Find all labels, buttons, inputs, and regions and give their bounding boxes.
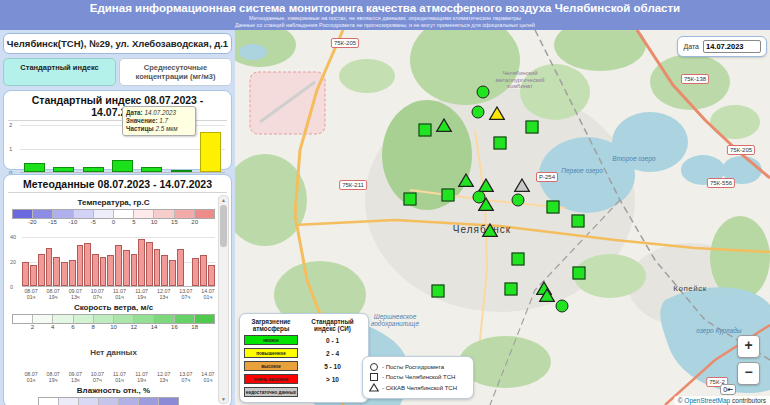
- wind-title: Скорость ветра, м/с: [8, 303, 219, 312]
- station-marker-triangle-yellow[interactable]: [489, 106, 506, 125]
- tab-daily-concentrations[interactable]: Среднесуточные концентрации (мг/м3): [119, 58, 232, 86]
- temp-bar[interactable]: [53, 257, 60, 286]
- temp-bar[interactable]: [161, 255, 168, 286]
- si-bar-14.07[interactable]: [200, 132, 221, 172]
- temp-bar-slot: [37, 237, 45, 286]
- scale-cell: [175, 315, 195, 323]
- scale-cell: [159, 398, 178, 405]
- scale-tick: 0: [112, 219, 115, 225]
- temp-bar-slot: [161, 237, 169, 286]
- date-input[interactable]: [703, 40, 761, 53]
- legend-pollution: Загрязнение атмосферы Стандартный индекс…: [239, 313, 369, 403]
- station-marker-triangle-green[interactable]: [478, 197, 495, 216]
- openstreetmap-link[interactable]: OpenStreetMap: [684, 397, 730, 404]
- zoom-in-button[interactable]: +: [737, 335, 760, 358]
- temp-bar-slot: [68, 237, 76, 286]
- station-marker-square-green[interactable]: [505, 283, 518, 296]
- station-marker-square-green[interactable]: [494, 137, 507, 150]
- square-icon: [404, 193, 417, 206]
- temp-bar[interactable]: [92, 254, 99, 286]
- temp-bar[interactable]: [46, 248, 53, 286]
- station-marker-square-green[interactable]: [432, 285, 445, 298]
- si-bar-10.07[interactable]: [83, 167, 104, 172]
- temp-bar[interactable]: [169, 260, 176, 286]
- temp-bar[interactable]: [77, 245, 84, 286]
- meteo-xlabel: 09.0713ч: [64, 371, 86, 383]
- meteo-xlabel: 12.0713ч: [153, 371, 175, 383]
- zoom-out-button[interactable]: −: [737, 362, 760, 385]
- meteo-xlabel: 08.0719ч: [42, 288, 64, 300]
- station-marker-circle-green[interactable]: [472, 106, 485, 119]
- temp-bar[interactable]: [177, 249, 184, 286]
- temp-bar[interactable]: [192, 258, 199, 286]
- temp-bar[interactable]: [30, 265, 37, 286]
- station-marker-triangle-green[interactable]: [482, 223, 499, 242]
- temp-bar[interactable]: [84, 243, 91, 286]
- temp-bar-slot: [99, 237, 107, 286]
- meteo-xlabel: 11.0701ч: [108, 288, 130, 300]
- temp-bar[interactable]: [123, 250, 130, 286]
- temp-bar[interactable]: [69, 260, 76, 286]
- temp-bar-slot: [200, 237, 208, 286]
- scale-cell: [39, 398, 59, 405]
- station-marker-circle-green[interactable]: [512, 194, 525, 207]
- station-marker-circle-green[interactable]: [477, 86, 490, 99]
- temp-bar[interactable]: [138, 239, 145, 286]
- temp-bar-slot: [107, 237, 115, 286]
- temp-bar[interactable]: [100, 257, 107, 286]
- scale-cell: [139, 398, 159, 405]
- meteo-xlabel: 11.0719ч: [131, 288, 153, 300]
- temp-bar[interactable]: [131, 254, 138, 286]
- legend-station-label: - Посты Челябинской ТСН: [382, 374, 455, 380]
- tab-standard-index[interactable]: Стандартный индекс: [3, 58, 116, 86]
- pollution-level-swatch: высокое: [244, 361, 298, 371]
- temp-bar[interactable]: [154, 249, 161, 286]
- scroll-down-icon[interactable]: ▼: [219, 396, 228, 402]
- square-icon: [419, 124, 432, 137]
- station-marker-square-green[interactable]: [526, 121, 539, 134]
- station-marker-triangle-green[interactable]: [539, 288, 556, 307]
- temp-bar[interactable]: [107, 255, 114, 286]
- scale-cell: [134, 315, 154, 323]
- scale-tick: 18: [191, 324, 198, 330]
- si-ytick: 1: [9, 146, 12, 152]
- station-marker-square-green[interactable]: [512, 253, 525, 266]
- si-bar-08.07[interactable]: [24, 163, 45, 172]
- temp-bar-slot: [30, 237, 38, 286]
- map-canvas[interactable]: ЧелябинскКопейскЧелябинский металлургиче…: [235, 30, 770, 405]
- meteo-xlabel: 12.0713ч: [153, 288, 175, 300]
- scroll-up-icon[interactable]: ▲: [219, 197, 228, 203]
- sidebar: Челябинск(ТСН), №29, ул. Хлебозаводская,…: [0, 30, 235, 405]
- temp-bar[interactable]: [61, 262, 68, 287]
- meteo-xlabel: 08.0719ч: [42, 371, 64, 383]
- temp-bar-slot: [207, 237, 215, 286]
- pollution-level-swatch: низкое: [244, 335, 298, 345]
- si-bar-09.07[interactable]: [53, 167, 74, 172]
- station-marker-square-green[interactable]: [419, 124, 432, 137]
- temp-bar[interactable]: [146, 242, 153, 286]
- temp-bar[interactable]: [22, 262, 29, 286]
- station-marker-square-green[interactable]: [573, 267, 586, 280]
- si-bar-13.07[interactable]: [171, 170, 192, 172]
- temp-bar[interactable]: [115, 245, 122, 286]
- si-ytick: 2: [9, 122, 12, 128]
- temp-bar-slot: [130, 237, 138, 286]
- si-bar-11.07[interactable]: [112, 160, 133, 172]
- station-marker-square-green[interactable]: [547, 201, 560, 214]
- station-marker-triangle-green[interactable]: [436, 118, 453, 137]
- station-marker-circle-green[interactable]: [556, 300, 569, 313]
- temp-bar[interactable]: [200, 255, 207, 286]
- measure-control[interactable]: 0⇤: [720, 384, 736, 395]
- station-marker-triangle-green[interactable]: [458, 173, 475, 192]
- station-marker-square-green[interactable]: [404, 193, 417, 206]
- station-marker-square-green[interactable]: [572, 215, 585, 228]
- scrollbar-thumb[interactable]: [220, 205, 227, 247]
- station-marker-square-green[interactable]: [442, 189, 455, 202]
- temp-bar[interactable]: [208, 265, 215, 286]
- scale-cell: [53, 210, 73, 218]
- meteo-scrollbar[interactable]: ▲ ▼: [218, 195, 229, 404]
- temp-bar[interactable]: [38, 254, 45, 286]
- si-bar-12.07[interactable]: [141, 167, 162, 172]
- temperature-title: Температура, гр.С: [8, 198, 219, 207]
- square-icon: [368, 373, 379, 381]
